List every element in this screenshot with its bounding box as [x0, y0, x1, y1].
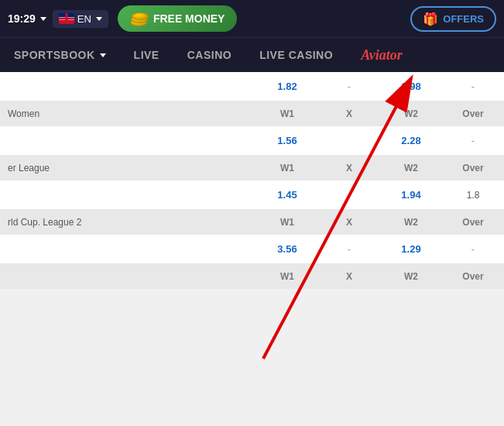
table-row: 1.82-1.98- — [0, 72, 504, 101]
language-selector[interactable]: EN — [53, 10, 108, 28]
row-label: er League — [0, 158, 256, 178]
live-casino-label: LIVE CASINO — [259, 49, 333, 61]
sportsbook-label: SPORTSBOOK — [14, 49, 95, 61]
lang-label: EN — [77, 13, 91, 25]
cell-over: Over — [442, 105, 504, 122]
nav-casino[interactable]: CASINO — [173, 38, 245, 72]
nav-sportsbook[interactable]: SPORTSBOOK — [0, 38, 120, 72]
cell-x: - — [318, 240, 380, 258]
live-label: LIVE — [134, 49, 159, 61]
offers-label: OFFERS — [443, 13, 484, 25]
row-label — [0, 136, 256, 146]
cell-w2: W2 — [380, 214, 442, 231]
free-money-label: FREE MONEY — [153, 12, 225, 25]
coin-icon — [130, 11, 149, 26]
cell-w1[interactable]: 3.56 — [256, 240, 318, 258]
row-label — [0, 82, 256, 91]
row-label — [0, 245, 256, 254]
cell-w1: W1 — [256, 214, 318, 231]
row-label: Women — [0, 104, 256, 124]
cell-x: X — [318, 214, 380, 231]
coin-layer — [132, 12, 149, 20]
casino-label: CASINO — [187, 49, 231, 61]
cell-w2: W2 — [380, 268, 442, 285]
offers-button[interactable]: 🎁 OFFERS — [410, 6, 496, 32]
cell-w2[interactable]: 1.94 — [380, 186, 442, 204]
cell-x: X — [318, 105, 380, 122]
gift-icon: 🎁 — [423, 12, 438, 26]
cell-over: - — [442, 77, 504, 95]
cell-w2: W2 — [380, 160, 442, 177]
cell-x — [318, 138, 380, 144]
aviator-label: Aviator — [361, 47, 403, 63]
cell-over: Over — [442, 160, 504, 177]
table-row: rld Cup. League 2W1XW2Over — [0, 210, 504, 235]
nav-bar: SPORTSBOOK LIVE CASINO LIVE CASINO Aviat… — [0, 37, 504, 72]
table-row: 3.56-1.29- — [0, 235, 504, 264]
cell-x: X — [318, 268, 380, 285]
row-label — [0, 191, 256, 200]
cell-w2: W2 — [380, 105, 442, 122]
cell-x: - — [318, 186, 380, 204]
top-bar: 19:29 EN FREE MONEY 🎁 OFFERS — [0, 0, 504, 37]
row-label — [0, 272, 256, 281]
nav-aviator[interactable]: Aviator — [347, 47, 417, 64]
cell-w1: W1 — [256, 160, 318, 177]
free-money-button[interactable]: FREE MONEY — [118, 5, 238, 32]
cell-w1[interactable]: 1.56 — [256, 132, 318, 149]
nav-live[interactable]: LIVE — [120, 38, 173, 72]
cell-w2[interactable]: 1.29 — [380, 240, 442, 258]
chevron-down-icon — [40, 17, 46, 21]
time-text: 19:29 — [8, 12, 36, 25]
table-row: 1.562.28- — [0, 126, 504, 156]
content-table: 1.82-1.98-WomenW1XW2Over1.562.28-er Leag… — [0, 72, 504, 289]
cell-over: - — [442, 132, 504, 149]
table-row: er LeagueW1XW2Over — [0, 156, 504, 180]
cell-over: Over — [442, 268, 504, 285]
chevron-down-icon — [100, 53, 106, 57]
cell-w2[interactable]: 2.28 — [380, 132, 442, 149]
cell-x: X — [318, 160, 380, 177]
cell-w1: W1 — [256, 268, 318, 285]
nav-live-casino[interactable]: LIVE CASINO — [245, 38, 347, 72]
cell-w1: W1 — [256, 105, 318, 122]
cell-over: - — [442, 240, 504, 258]
cell-x: - — [318, 77, 380, 95]
cell-w1[interactable]: 1.82 — [256, 77, 318, 95]
chevron-down-icon — [96, 17, 102, 21]
row-label: rld Cup. League 2 — [0, 212, 256, 232]
table-row: 1.45-1.941.8 — [0, 180, 504, 210]
cell-over: Over — [442, 214, 504, 231]
cell-w2[interactable]: 1.98 — [380, 77, 442, 95]
cell-over[interactable]: 1.8 — [442, 187, 504, 204]
cell-w1[interactable]: 1.45 — [256, 186, 318, 204]
time-display[interactable]: 19:29 — [8, 12, 46, 25]
table-row: W1XW2Over — [0, 264, 504, 289]
flag-icon — [59, 13, 74, 24]
table-row: WomenW1XW2Over — [0, 101, 504, 126]
